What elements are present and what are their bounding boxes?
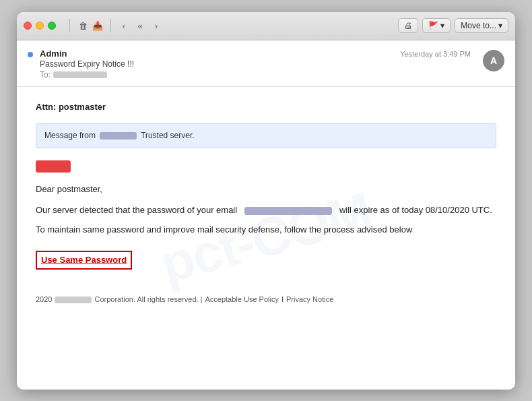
- printer-icon: 🖨: [404, 21, 412, 30]
- email-body: pct-COM Attn: postmaster Message from Tr…: [17, 87, 515, 390]
- move-to-button[interactable]: Move to... ▾: [455, 18, 508, 33]
- move-to-label: Move to...: [461, 21, 496, 30]
- header-right: Yesterday at 3:49 PM A: [400, 49, 504, 71]
- close-button[interactable]: [24, 22, 32, 30]
- divider-2: [110, 19, 111, 32]
- back-button[interactable]: ‹: [117, 18, 131, 33]
- divider-1: [69, 19, 70, 32]
- footer: 2020 Corporation. All rights reserved. |…: [36, 294, 496, 306]
- attn-line: Attn: postmaster: [36, 100, 496, 115]
- red-badge-blurred: [36, 160, 71, 173]
- dear-line: Dear postmaster,: [36, 183, 496, 197]
- body-text-2: To maintain same password and improve ma…: [36, 223, 496, 237]
- titlebar: 🗑 📥 ‹ « › 🖨 🚩 ▾ Move to... ▾: [17, 12, 515, 40]
- body-text-1: Our server detected that the password of…: [36, 204, 496, 218]
- privacy-notice-link[interactable]: Privacy Notice: [286, 294, 333, 306]
- message-suffix: Trusted server.: [141, 129, 195, 142]
- flag-button[interactable]: 🚩 ▾: [422, 18, 451, 33]
- email-subject: Password Expiry Notice !!!: [40, 59, 393, 69]
- avatar: A: [483, 50, 504, 71]
- minimize-button[interactable]: [36, 22, 44, 30]
- toolbar-right: 🖨 🚩 ▾ Move to... ▾: [398, 18, 508, 33]
- flag-icon: 🚩: [428, 21, 438, 30]
- message-box: Message from Trusted server.: [36, 123, 496, 148]
- move-dropdown-arrow: ▾: [498, 21, 502, 30]
- footer-corp-text: Corporation. All rights reserved. |: [94, 294, 202, 306]
- recipient-address-blurred: [53, 71, 107, 78]
- body1-suffix: will expire as of today 08/10/2020 UTC.: [339, 205, 492, 215]
- sender-name: Admin: [40, 49, 393, 59]
- footer-sep: I: [281, 294, 284, 306]
- body1-prefix: Our server detected that the password of…: [36, 205, 237, 215]
- use-same-password-link[interactable]: Use Same Password: [36, 251, 132, 270]
- acceptable-use-policy-link[interactable]: Acceptable Use Policy: [205, 294, 278, 306]
- mail-window: 🗑 📥 ‹ « › 🖨 🚩 ▾ Move to... ▾ Adm: [17, 12, 515, 390]
- traffic-lights: [24, 22, 56, 30]
- print-button[interactable]: 🖨: [398, 18, 418, 33]
- message-prefix: Message from: [44, 129, 96, 142]
- nav-buttons: ‹ « ›: [117, 18, 164, 33]
- email-content: Attn: postmaster Message from Trusted se…: [36, 100, 496, 307]
- back-double-button[interactable]: «: [133, 18, 147, 33]
- maximize-button[interactable]: [48, 22, 56, 30]
- unread-indicator: [28, 52, 33, 57]
- email-timestamp: Yesterday at 3:49 PM: [400, 50, 471, 58]
- footer-corp-blurred: [55, 297, 92, 303]
- trash-icon[interactable]: 🗑: [75, 18, 90, 33]
- to-label: To:: [40, 70, 51, 80]
- email-meta: Admin Password Expiry Notice !!! To:: [40, 49, 393, 80]
- flag-dropdown-arrow: ▾: [440, 21, 444, 30]
- email-to: To:: [40, 70, 393, 80]
- domain-blurred: [100, 132, 137, 140]
- email-address-blurred: [244, 207, 332, 215]
- footer-year: 2020: [36, 294, 52, 306]
- forward-button[interactable]: ›: [149, 18, 164, 33]
- archive-icon[interactable]: 📥: [90, 18, 105, 33]
- email-header: Admin Password Expiry Notice !!! To: Yes…: [17, 40, 515, 87]
